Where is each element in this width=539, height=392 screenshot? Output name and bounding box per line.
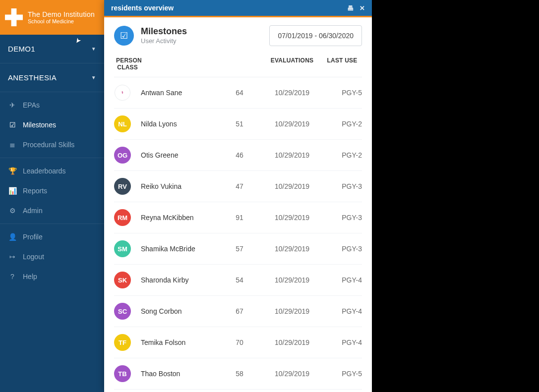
sidebar-item-leaderboards[interactable]: 🏆Leaderboards (0, 161, 104, 181)
sidebar-item-label: Leaderboards (23, 167, 65, 175)
evaluations-count: 46 (217, 151, 262, 159)
person-name: Thao Boston (141, 370, 214, 378)
last-use-date: 10/29/2019 (265, 120, 319, 128)
help-icon: ? (8, 273, 17, 280)
evaluations-count: 47 (217, 182, 262, 190)
th-last-use[interactable]: LAST USE (322, 57, 362, 64)
evaluations-count: 67 (217, 307, 262, 315)
table-row[interactable]: SKSharonda Kirby5410/29/2019PGY-4 (114, 265, 362, 296)
last-use-date: 10/29/2019 (265, 182, 319, 190)
class-level: PGY-2 (322, 120, 362, 128)
sidebar-item-reports[interactable]: 📊Reports (0, 181, 104, 201)
avatar: RV (114, 178, 131, 195)
last-use-date: 10/29/2019 (265, 245, 319, 253)
class-level: PGY-5 (322, 370, 362, 378)
milestones-title: Milestones (141, 26, 187, 37)
panel-subheader: ☑ Milestones User Activity 07/01/2019 - … (104, 17, 372, 51)
sidebar-account-group: 👤Profile↦Logout?Help (0, 224, 104, 289)
table-row[interactable]: NLNilda Lyons5110/29/2019PGY-2 (114, 109, 362, 140)
milestones-icon: ☑ (8, 121, 17, 129)
avatar: RM (114, 209, 131, 226)
person-name: Reyna McKibben (141, 214, 214, 222)
person-name: Temika Folson (141, 338, 214, 346)
table-header: PERSON EVALUATIONS LAST USE CLASS (114, 51, 362, 77)
sidebar-item-label: Logout (23, 253, 44, 261)
person-name: Otis Greene (141, 151, 214, 159)
milestones-subtitle: User Activity (141, 37, 187, 45)
evaluations-count: 91 (217, 214, 262, 222)
avatar: OG (114, 147, 131, 164)
print-icon[interactable]: 🖶 (347, 4, 354, 12)
class-level: PGY-4 (322, 276, 362, 284)
sidebar-item-profile[interactable]: 👤Profile (0, 227, 104, 247)
evaluations-count: 54 (217, 276, 262, 284)
person-name: Reiko Vukina (141, 182, 214, 190)
profile-icon: 👤 (8, 233, 17, 241)
person-name: Shamika McBride (141, 245, 214, 253)
table-row[interactable]: TFTemika Folson7010/29/2019PGY-4 (114, 327, 362, 358)
avatar: TB (114, 365, 131, 382)
panel-title: residents overview (111, 4, 174, 12)
table-row[interactable]: SCSong Corbon6710/29/2019PGY-4 (114, 296, 362, 327)
th-class[interactable]: CLASS (114, 64, 138, 71)
table-row[interactable]: RVReiko Vukina4710/29/2019PGY-3 (114, 171, 362, 202)
sidebar-item-logout[interactable]: ↦Logout (0, 247, 104, 267)
last-use-date: 10/29/2019 (265, 338, 319, 346)
class-level: PGY-3 (322, 182, 362, 190)
table-row[interactable]: ⚕Antwan Sane6410/29/2019PGY-5 (114, 77, 362, 109)
date-range-picker[interactable]: 07/01/2019 - 06/30/2020 (269, 25, 362, 46)
evaluations-count: 57 (217, 245, 262, 253)
brand-header: The Demo Institution School of Medicine (0, 0, 104, 35)
last-use-date: 10/29/2019 (265, 307, 319, 315)
close-icon[interactable]: ✕ (359, 4, 365, 12)
context-dropdown-label: DEMO1 (8, 45, 35, 53)
avatar: TF (114, 334, 131, 351)
class-level: PGY-3 (322, 214, 362, 222)
avatar: SM (114, 240, 131, 257)
residents-overview-panel: residents overview 🖶 ✕ ☑ Milestones User… (104, 0, 372, 392)
program-dropdown-anesthesia[interactable]: ANESTHESIA ▼ (0, 63, 104, 92)
sidebar-item-epas[interactable]: ✈EPAs (0, 95, 104, 115)
chevron-down-icon: ▼ (91, 46, 96, 52)
residents-table: PERSON EVALUATIONS LAST USE CLASS ⚕Antwa… (104, 51, 372, 392)
table-row[interactable]: TBThao Boston5810/29/2019PGY-5 (114, 358, 362, 390)
th-evaluations[interactable]: EVALUATIONS (265, 57, 319, 64)
brand-subtitle: School of Medicine (28, 18, 95, 25)
avatar: ⚕ (115, 85, 130, 101)
panel-header: residents overview 🖶 ✕ (104, 0, 372, 17)
person-name: Nilda Lyons (141, 120, 214, 128)
leaderboards-icon: 🏆 (8, 167, 17, 175)
sidebar: The Demo Institution School of Medicine … (0, 0, 104, 392)
program-dropdown-label: ANESTHESIA (8, 73, 57, 82)
chevron-down-icon: ▼ (91, 75, 96, 80)
context-dropdown-demo[interactable]: DEMO1 ▼ (0, 35, 104, 63)
class-level: PGY-5 (322, 89, 362, 97)
sidebar-item-admin[interactable]: ⚙Admin (0, 201, 104, 221)
sidebar-item-label: Reports (23, 187, 47, 195)
table-row[interactable]: SMShamika McBride5710/29/2019PGY-3 (114, 233, 362, 265)
evaluations-count: 58 (217, 370, 262, 378)
class-level: PGY-3 (322, 245, 362, 253)
admin-icon: ⚙ (8, 207, 17, 215)
person-name: Antwan Sane (141, 89, 214, 97)
sidebar-item-label: Milestones (23, 121, 56, 129)
last-use-date: 10/29/2019 (265, 276, 319, 284)
avatar: SC (114, 303, 131, 320)
sidebar-item-help[interactable]: ?Help (0, 267, 104, 286)
last-use-date: 10/29/2019 (265, 214, 319, 222)
brand-logo-icon (5, 8, 23, 26)
th-person[interactable]: PERSON (114, 57, 214, 64)
sidebar-item-label: Profile (23, 233, 43, 241)
evaluations-count: 64 (217, 89, 262, 97)
person-name: Song Corbon (141, 307, 214, 315)
avatar: NL (114, 115, 131, 132)
sidebar-item-procedural-skills[interactable]: ≣Procedural Skills (0, 135, 104, 155)
sidebar-item-label: Help (23, 273, 37, 280)
last-use-date: 10/29/2019 (265, 151, 319, 159)
table-row[interactable]: RMReyna McKibben9110/29/2019PGY-3 (114, 202, 362, 233)
sidebar-item-milestones[interactable]: ☑Milestones (0, 115, 104, 135)
person-name: Sharonda Kirby (141, 276, 214, 284)
table-row[interactable]: OGOtis Greene4610/29/2019PGY-2 (114, 140, 362, 171)
evaluations-count: 70 (217, 338, 262, 346)
reports-icon: 📊 (8, 187, 17, 195)
